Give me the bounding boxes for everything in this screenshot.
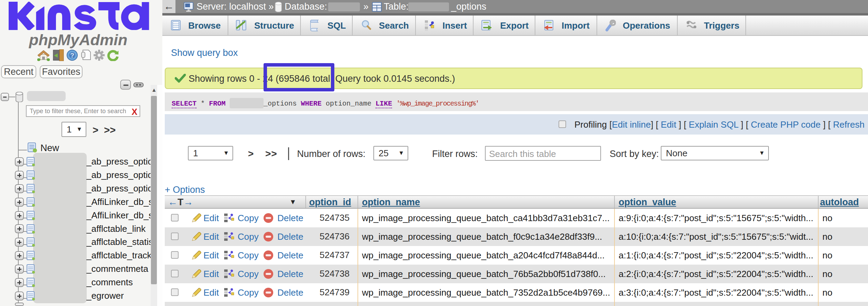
svg-text:?: ? — [70, 52, 74, 59]
